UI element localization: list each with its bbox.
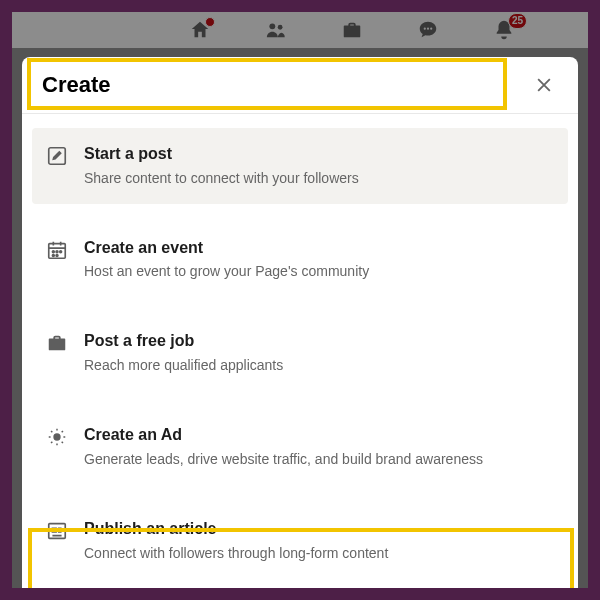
close-button[interactable] [530,71,558,99]
option-publish-article[interactable]: Publish an article Connect with follower… [32,503,568,579]
option-title: Post a free job [84,331,552,352]
option-post-job[interactable]: Post a free job Reach more qualified app… [32,315,568,391]
svg-point-12 [54,434,60,440]
calendar-icon [46,239,68,265]
close-icon [534,75,554,95]
lightbulb-icon [46,426,68,452]
option-subtitle: Generate leads, drive website traffic, a… [84,450,552,469]
option-title: Publish an article [84,519,552,540]
option-subtitle: Connect with followers through long-form… [84,544,552,563]
option-subtitle: Host an event to grow your Page's commun… [84,262,552,281]
modal-title: Create [42,72,110,98]
svg-point-7 [52,251,54,253]
svg-point-11 [56,254,58,256]
option-create-ad[interactable]: Create an Ad Generate leads, drive websi… [32,409,568,485]
option-create-event[interactable]: Create an event Host an event to grow yo… [32,222,568,298]
option-subtitle: Reach more qualified applicants [84,356,552,375]
option-title: Create an Ad [84,425,552,446]
modal-header: Create [22,57,578,114]
article-icon [46,520,68,546]
option-start-post[interactable]: Start a post Share content to connect wi… [32,128,568,204]
briefcase-icon [46,332,68,358]
option-title: Create an event [84,238,552,259]
edit-icon [46,145,68,171]
svg-point-10 [52,254,54,256]
create-modal: Create Start a post Share content to con… [22,57,578,588]
option-title: Start a post [84,144,552,165]
svg-point-9 [60,251,62,253]
modal-body: Start a post Share content to connect wi… [22,114,578,588]
option-subtitle: Share content to connect with your follo… [84,169,552,188]
svg-point-8 [56,251,58,253]
